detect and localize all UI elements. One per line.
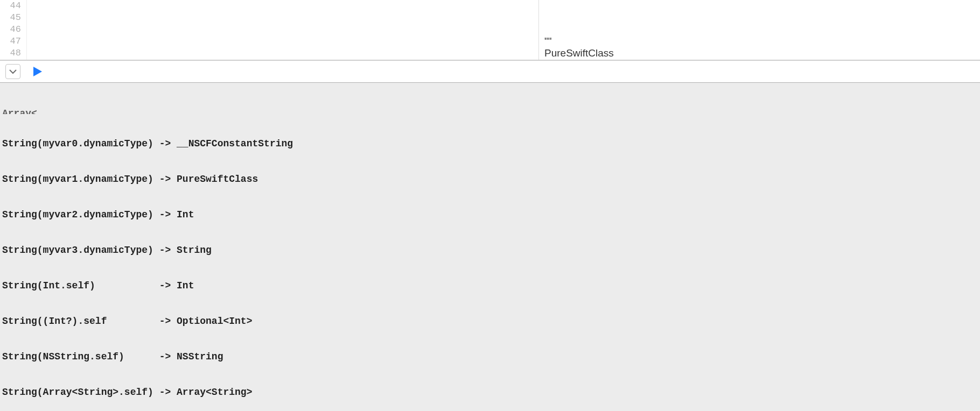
console-line: String(Int.self) -> Int [2, 280, 978, 292]
toggle-console-button[interactable] [5, 64, 20, 79]
result-line: 42 [544, 59, 975, 60]
result-line [544, 12, 975, 24]
result-line: "" [544, 36, 975, 47]
run-button[interactable] [31, 66, 43, 77]
console-line: String(Array<String>.self) -> Array<Stri… [2, 386, 978, 398]
console-line-truncated: Array<... [2, 108, 978, 114]
svg-marker-0 [33, 67, 42, 76]
debug-toolbar [0, 60, 980, 83]
line-number-gutter: 44 45 46 47 48 49 50 51 52 53 54 55 56 5… [0, 0, 27, 60]
console-line: String(NSString.self) -> NSString [2, 351, 978, 363]
console-line: String((Int?).self -> Optional<Int> [2, 315, 978, 327]
line-number: 44 [0, 0, 21, 12]
line-number: 46 [0, 24, 21, 36]
line-number: 48 [0, 47, 21, 59]
editor-split: 44 45 46 47 48 49 50 51 52 53 54 55 56 5… [0, 0, 980, 60]
result-line [544, 24, 975, 36]
code-editor[interactable]: class PureSwiftClass { } var myvar0 = NS… [27, 0, 538, 60]
console-line: String(myvar2.dynamicType) -> Int [2, 209, 978, 221]
console-line: String(myvar0.dynamicType) -> __NSCFCons… [2, 138, 978, 150]
console-line: String(myvar3.dynamicType) -> String [2, 244, 978, 256]
debug-console[interactable]: Array<... String(myvar0.dynamicType) -> … [0, 83, 980, 411]
result-line: PureSwiftClass [544, 47, 975, 59]
line-number: 45 [0, 12, 21, 24]
results-sidebar: "" PureSwiftClass 42 "Hans" "String(myva… [538, 0, 980, 60]
line-number: 47 [0, 36, 21, 47]
play-icon [31, 66, 43, 77]
console-line: String(myvar1.dynamicType) -> PureSwiftC… [2, 173, 978, 185]
chevron-down-icon [9, 69, 17, 74]
result-line [544, 0, 975, 12]
